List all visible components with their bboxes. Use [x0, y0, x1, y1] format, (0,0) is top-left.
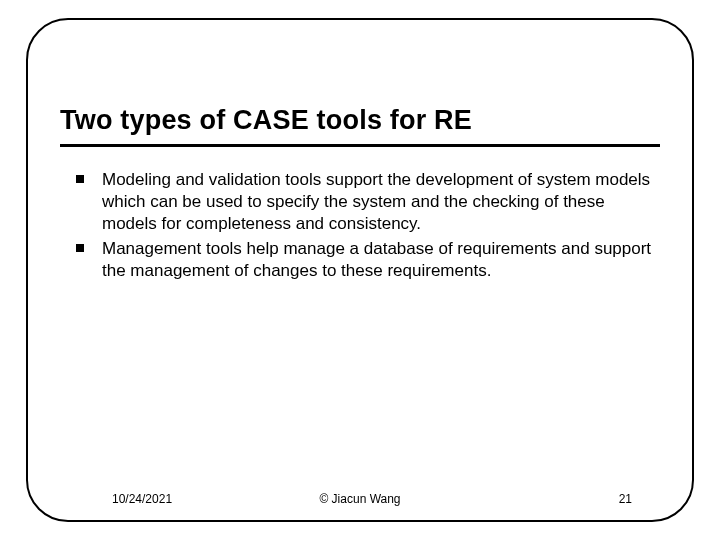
bullet-list: Modeling and validation tools support th… — [60, 169, 660, 282]
slide-title: Two types of CASE tools for RE — [60, 105, 660, 142]
list-item: Modeling and validation tools support th… — [76, 169, 660, 234]
list-item: Management tools help manage a database … — [76, 238, 660, 282]
slide: Two types of CASE tools for RE Modeling … — [0, 0, 720, 540]
slide-footer: 10/24/2021 © Jiacun Wang 21 — [60, 492, 660, 506]
slide-content: Two types of CASE tools for RE Modeling … — [60, 105, 660, 286]
title-underline — [60, 144, 660, 147]
footer-copyright: © Jiacun Wang — [60, 492, 660, 506]
